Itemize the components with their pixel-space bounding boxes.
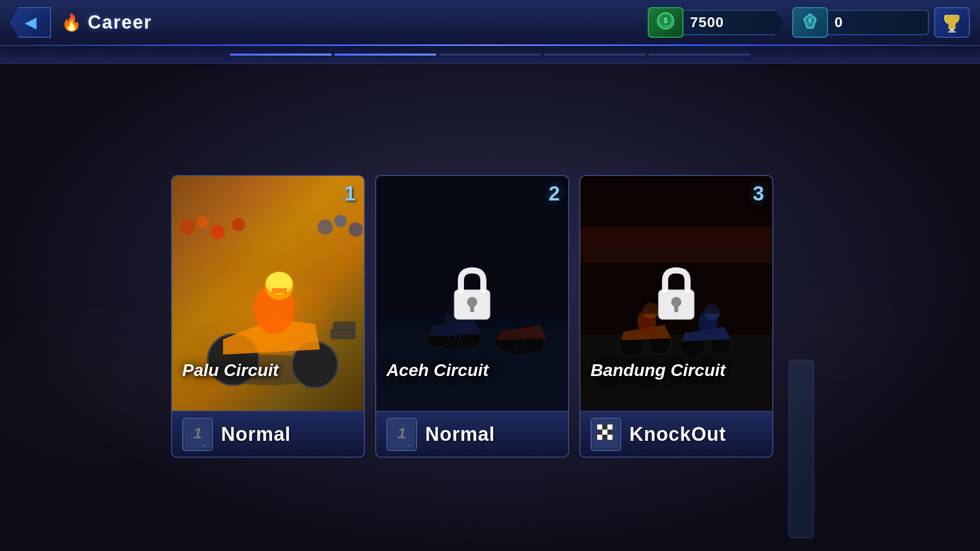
progress-dot-2 <box>334 54 436 56</box>
progress-dot-4 <box>544 54 646 56</box>
svg-rect-63 <box>597 424 602 430</box>
circuit-card-aceh[interactable]: 2 Aceh Circuit 1 . Normal <box>375 175 569 458</box>
svg-rect-25 <box>333 321 356 331</box>
svg-point-17 <box>180 219 195 235</box>
svg-text:1: 1 <box>193 424 202 441</box>
card-number-aceh: 2 <box>549 182 560 205</box>
mode-icon-bandung <box>591 418 621 451</box>
coins-value-wrap: 7500 <box>682 10 785 35</box>
card-footer-aceh: 1 . Normal <box>376 411 568 457</box>
lock-icon-wrap-bandung <box>651 265 702 321</box>
svg-point-18 <box>197 216 209 228</box>
partial-card-hint <box>789 360 814 538</box>
mode-label-aceh: Normal <box>425 423 495 445</box>
svg-point-8 <box>948 15 956 24</box>
diamond-icon <box>801 12 819 34</box>
progress-dot-1 <box>230 54 332 56</box>
title-area: 🔥 Career <box>61 12 648 33</box>
card-image-bandung: 3 Bandung Circuit <box>580 176 772 411</box>
svg-rect-69 <box>597 435 602 440</box>
coin-icon-wrap: $ <box>648 7 683 38</box>
mode-icon-palu: 1 . <box>182 418 213 451</box>
coin-icon: $ <box>656 12 675 34</box>
diamonds-block: 0 <box>792 7 929 38</box>
svg-rect-66 <box>597 430 602 435</box>
card-number-bandung: 3 <box>753 182 764 205</box>
progress-dot-3 <box>439 54 541 56</box>
card-footer-bandung: KnockOut <box>580 411 772 457</box>
svg-point-21 <box>317 219 333 235</box>
page-title: Career <box>88 12 152 33</box>
coins-block: $ 7500 <box>648 7 785 38</box>
svg-rect-61 <box>674 305 678 312</box>
card-image-aceh: 2 Aceh Circuit <box>376 176 568 411</box>
trophy-wrap[interactable] <box>934 7 970 38</box>
svg-text:1: 1 <box>398 424 406 441</box>
card-image-palu: 1 Palu Circuit <box>172 176 364 411</box>
svg-point-19 <box>211 225 225 239</box>
main-content: 1 Palu Circuit 1 . Normal <box>0 64 980 551</box>
coins-value: 7500 <box>690 14 724 31</box>
mode-label-bandung: KnockOut <box>629 423 726 445</box>
card-number-palu: 1 <box>345 182 356 205</box>
lock-svg-aceh <box>447 265 498 321</box>
header: ◀ 🔥 Career $ 7500 <box>0 0 980 46</box>
mode-label-palu: Normal <box>221 423 291 445</box>
svg-rect-16 <box>272 288 287 293</box>
back-button[interactable]: ◀ <box>10 7 51 38</box>
mode-icon-aceh: 1 . <box>386 418 417 451</box>
lock-svg-bandung <box>651 265 702 321</box>
back-arrow-icon: ◀ <box>25 14 36 31</box>
circuit-name-aceh: Aceh Circuit <box>386 360 488 380</box>
svg-rect-65 <box>607 424 612 430</box>
diamonds-value-wrap: 0 <box>827 10 929 35</box>
diamonds-value: 0 <box>835 14 843 31</box>
svg-rect-67 <box>602 430 607 435</box>
svg-rect-71 <box>607 435 612 440</box>
svg-rect-7 <box>948 31 956 33</box>
card-footer-palu: 1 . Normal <box>172 411 364 457</box>
progress-dot-5 <box>648 54 750 56</box>
svg-rect-70 <box>602 435 607 440</box>
lock-icon-wrap-aceh <box>447 265 498 321</box>
svg-text:.: . <box>407 439 409 447</box>
svg-rect-64 <box>602 424 607 430</box>
svg-rect-68 <box>607 430 612 435</box>
circuit-card-palu[interactable]: 1 Palu Circuit 1 . Normal <box>171 175 365 458</box>
circuit-name-palu: Palu Circuit <box>182 360 279 380</box>
circuit-name-bandung: Bandung Circuit <box>591 360 725 380</box>
flame-icon: 🔥 <box>61 13 82 32</box>
svg-point-20 <box>232 218 245 231</box>
svg-point-23 <box>349 222 363 237</box>
circuit-card-bandung[interactable]: 3 Bandung Circuit <box>579 175 773 458</box>
svg-text:$: $ <box>664 16 668 24</box>
currency-area: $ 7500 0 <box>648 7 970 38</box>
progress-area <box>0 46 980 64</box>
svg-text:.: . <box>203 439 205 447</box>
svg-point-22 <box>334 215 347 227</box>
svg-rect-42 <box>470 305 474 312</box>
diamond-icon-wrap <box>792 7 828 38</box>
header-separator <box>0 44 980 46</box>
